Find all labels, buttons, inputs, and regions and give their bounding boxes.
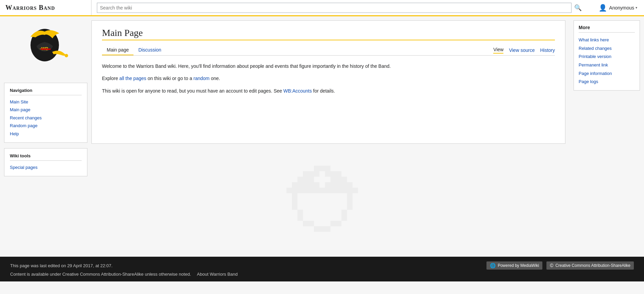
watermark: ⛑ — [287, 152, 375, 253]
page-title: Main Page — [102, 27, 555, 40]
navigation-title: Navigation — [10, 88, 82, 95]
footer-top: This page was last edited on 29 April 20… — [10, 261, 634, 270]
right-link-related-changes[interactable]: Related changes — [579, 44, 635, 53]
right-link-what-links-here[interactable]: What links here — [579, 36, 635, 44]
site-title-area: Warriors Band — [0, 0, 91, 15]
tab-view-source[interactable]: View source — [509, 47, 535, 53]
right-link-permanent-link[interactable]: Permanent link — [579, 61, 635, 70]
footer-bottom: Content is available under Creative Comm… — [10, 272, 634, 277]
tab-view[interactable]: View — [493, 47, 503, 54]
tab-discussion[interactable]: Discussion — [133, 45, 166, 55]
site-title: Warriors Band — [5, 4, 55, 12]
right-link-page-information[interactable]: Page information — [579, 70, 635, 78]
svg-rect-3 — [41, 48, 51, 50]
sidebar-link-main-page[interactable]: Main page — [10, 106, 82, 114]
user-icon: 👤 — [599, 4, 607, 12]
search-area: 🔍 — [91, 0, 590, 15]
svg-point-2 — [65, 54, 68, 57]
top-bar: Warriors Band 🔍 👤 Anonymous ▾ — [0, 0, 644, 16]
content-wrapper: Main Page Main page Discussion View View… — [91, 16, 569, 257]
background-area: ⛑ — [91, 148, 569, 257]
footer-last-edited: This page was last edited on 29 April 20… — [10, 263, 112, 268]
right-sidebar: More What links here Related changes Pri… — [569, 16, 644, 257]
search-icon: 🔍 — [574, 4, 582, 11]
content-area: Main Page Main page Discussion View View… — [91, 20, 565, 144]
main-layout: -WB Navigation Main Site Main page Recen… — [0, 16, 644, 257]
cc-label: Creative Commons Attribution-ShareAlike — [556, 263, 630, 268]
link-wb-accounts[interactable]: WB:Accounts — [283, 88, 312, 94]
user-area[interactable]: 👤 Anonymous ▾ — [590, 0, 644, 15]
sidebar-link-special-pages[interactable]: Special pages — [10, 163, 82, 171]
link-random[interactable]: random — [193, 76, 209, 81]
footer: This page was last edited on 29 April 20… — [0, 257, 644, 281]
mediawiki-icon: 🌐 — [490, 263, 496, 268]
user-dropdown-arrow: ▾ — [636, 6, 637, 9]
mediawiki-badge: 🌐 Powered by MediaWiki — [486, 261, 542, 270]
mediawiki-label: Powered by MediaWiki — [498, 263, 539, 268]
tab-main-page[interactable]: Main page — [102, 45, 133, 55]
link-all-pages[interactable]: all the pages — [119, 76, 146, 81]
search-input[interactable] — [97, 3, 572, 13]
navigation-box: Navigation Main Site Main page Recent ch… — [4, 83, 87, 143]
sidebar-link-random-page[interactable]: Random page — [10, 122, 82, 130]
footer-about-link[interactable]: About Warriors Band — [197, 272, 237, 277]
content-para-3: This wiki is open for anyone to read, bu… — [102, 87, 555, 95]
search-button[interactable]: 🔍 — [572, 3, 584, 13]
cc-icon: © — [550, 263, 553, 268]
site-logo: -WB — [20, 26, 71, 71]
logo-area: -WB — [4, 23, 87, 77]
tabs-right: View View source History — [493, 47, 555, 54]
sidebar-link-help[interactable]: Help — [10, 130, 82, 138]
footer-badges: 🌐 Powered by MediaWiki © Creative Common… — [486, 261, 634, 270]
left-sidebar: -WB Navigation Main Site Main page Recen… — [0, 16, 91, 257]
page-tabs: Main page Discussion View View source Hi… — [102, 45, 555, 56]
content-body: Welcome to the Warriors Band wiki. Here,… — [102, 62, 555, 95]
right-sidebar-title: More — [579, 25, 635, 33]
tab-history[interactable]: History — [540, 47, 555, 53]
cc-badge: © Creative Commons Attribution-ShareAlik… — [546, 261, 634, 270]
right-sidebar-box: More What links here Related changes Pri… — [574, 20, 640, 91]
right-link-page-logs[interactable]: Page logs — [579, 78, 635, 86]
sidebar-link-recent-changes[interactable]: Recent changes — [10, 114, 82, 122]
user-label: Anonymous — [609, 5, 634, 11]
content-para-2: Explore all the pages on this wiki or go… — [102, 75, 555, 82]
footer-content-license: Content is available under Creative Comm… — [10, 272, 191, 277]
tabs-left: Main page Discussion — [102, 45, 166, 55]
right-link-printable-version[interactable]: Printable version — [579, 53, 635, 61]
content-para-1: Welcome to the Warriors Band wiki. Here,… — [102, 62, 555, 70]
wiki-tools-title: Wiki tools — [10, 153, 82, 161]
sidebar-link-main-site[interactable]: Main Site — [10, 98, 82, 106]
wiki-tools-box: Wiki tools Special pages — [4, 148, 87, 176]
